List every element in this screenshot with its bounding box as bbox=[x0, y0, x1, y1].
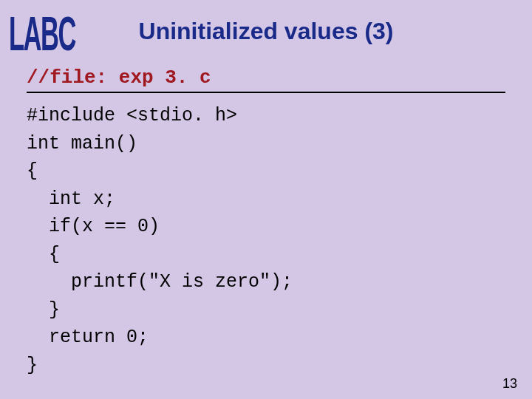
code-line: } bbox=[27, 355, 38, 376]
code-line: } bbox=[27, 299, 60, 321]
file-comment: //file: exp 3. c bbox=[27, 66, 505, 89]
slide-title: Uninitialized values (3) bbox=[0, 18, 532, 45]
code-line: printf("X is zero"); bbox=[27, 271, 293, 293]
code-line: { bbox=[27, 160, 38, 182]
code-line: return 0; bbox=[27, 327, 149, 348]
divider bbox=[27, 92, 505, 93]
code-line: { bbox=[27, 244, 60, 265]
code-line: int x; bbox=[27, 188, 115, 210]
slide-content: //file: exp 3. c #include <stdio. h> int… bbox=[27, 66, 505, 379]
code-line: #include <stdio. h> bbox=[27, 105, 237, 126]
code-block: #include <stdio. h> int main() { int x; … bbox=[27, 102, 505, 379]
page-number: 13 bbox=[502, 376, 517, 392]
code-line: int main() bbox=[27, 133, 137, 154]
code-line: if(x == 0) bbox=[27, 216, 160, 237]
